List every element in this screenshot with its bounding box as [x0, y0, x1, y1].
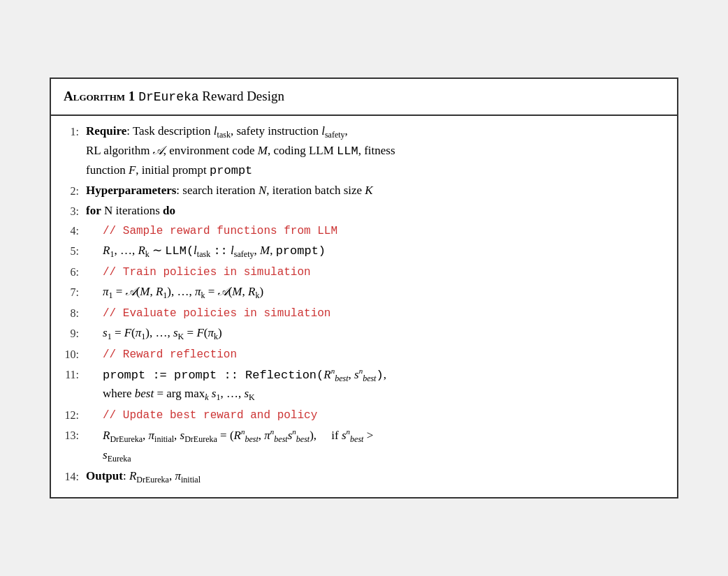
line-5: 5: R1, …, Rk ∼ LLM(ltask :: lsafety, M, … — [64, 241, 664, 262]
A-symbol-7: 𝒜 — [126, 285, 136, 298]
prompt-assign: prompt := prompt :: Reflection( — [103, 368, 323, 381]
task-sub-2: task — [197, 250, 210, 260]
algorithm-container: Algorithm 1 DrEureka Reward Design 1: Re… — [50, 77, 678, 498]
N-symbol: N — [259, 184, 266, 197]
M-7b: M — [232, 285, 242, 298]
algorithm-body: 1: Require: Task description ltask, safe… — [51, 116, 677, 496]
s1-sub-11: 1 — [216, 393, 220, 403]
line-num-2: 2: — [64, 182, 86, 200]
line-num-10: 10: — [64, 345, 86, 364]
line-content-7: π1 = 𝒜(M, R1), …, πk = 𝒜(M, Rk) — [86, 283, 664, 302]
task-sub: task — [217, 131, 231, 140]
best-sub-13d: best — [350, 434, 363, 444]
F-symbol-9a: F — [124, 326, 131, 339]
concat-op: :: — [213, 244, 227, 258]
R1-sub-7: 1 — [163, 290, 167, 300]
line-1: 1: Require: Task description ltask, safe… — [64, 121, 664, 181]
sK-symbol: s — [173, 326, 178, 339]
line-num-4: 4: — [64, 221, 86, 240]
DrEureka-sub-13a: DrEureka — [110, 434, 143, 444]
line-num-12: 12: — [64, 406, 86, 424]
sK-sub: K — [178, 332, 184, 341]
K-symbol-1: K — [365, 184, 372, 197]
pik-sub-9: k — [214, 332, 218, 341]
line-content-8: // Evaluate policies in simulation — [86, 304, 664, 323]
M-symbol-5: M — [260, 244, 270, 257]
line-num-13: 13: — [64, 426, 86, 445]
line-num-9: 9: — [64, 324, 86, 343]
line-13: 13: RDrEureka, πinitial, sDrEureka = (Rn… — [64, 425, 664, 466]
line-num-5: 5: — [64, 242, 86, 260]
R-DrEureka: R — [103, 429, 110, 442]
line-14: 14: Output: RDrEureka, πinitial — [64, 466, 664, 487]
s-best-cond: s — [342, 429, 347, 442]
R-best-13: R — [234, 429, 241, 442]
algorithm-title: DrEureka — [138, 90, 198, 104]
Eureka-sub-13: Eureka — [108, 454, 131, 464]
algorithm-label: Algorithm 1 — [64, 89, 138, 103]
A-symbol-7b: 𝒜 — [218, 285, 228, 298]
k-sub-11: k — [205, 393, 208, 403]
Rk-sub-7: k — [255, 290, 259, 300]
prompt-mono-5: prompt) — [276, 244, 326, 258]
algorithm-title-rest: Reward Design — [199, 89, 284, 103]
s1-symbol: s — [103, 326, 108, 339]
line-12: 12: // Update best reward and policy — [64, 405, 664, 425]
require-keyword: Require — [86, 124, 126, 138]
prompt-mono-1: prompt — [210, 164, 252, 177]
R1-symbol: R — [103, 244, 110, 257]
line-content-14: Output: RDrEureka, πinitial — [86, 467, 664, 487]
line-content-2: Hyperparameters: search iteration N, ite… — [86, 182, 664, 200]
line-content-6: // Train policies in simulation — [86, 263, 664, 281]
line-content-3: for N iterations do — [86, 202, 664, 220]
line-num-14: 14: — [64, 467, 86, 486]
pik-sub: k — [201, 290, 205, 300]
R1-sub: 1 — [110, 250, 114, 260]
line-6: 6: // Train policies in simulation — [64, 262, 664, 282]
pi1-symbol: π — [103, 285, 109, 298]
R-best-11: R — [323, 367, 330, 381]
A-symbol: 𝒜 — [153, 144, 163, 157]
sK-sub-11: K — [249, 393, 255, 403]
comment-4: // Sample reward functions from LLM — [103, 225, 337, 237]
pi-initial: π — [149, 429, 155, 442]
hyperparams-keyword: Hyperparameters — [86, 184, 176, 197]
F-symbol-9b: F — [196, 326, 203, 339]
line-content-13: RDrEureka, πinitial, sDrEureka = (Rnbest… — [86, 426, 664, 466]
line-num-6: 6: — [64, 263, 86, 281]
DrEureka-sub-out: DrEureka — [136, 475, 169, 485]
line-8: 8: // Evaluate policies in simulation — [64, 303, 664, 323]
LLM-mono: LLM — [337, 145, 358, 158]
best-sub-11a: best — [335, 374, 348, 383]
initial-sub-13: initial — [154, 434, 174, 444]
safety-sub: safety — [325, 131, 345, 140]
R-DrEureka-out: R — [129, 469, 136, 482]
pik-symbol: π — [195, 285, 201, 298]
line-7: 7: π1 = 𝒜(M, R1), …, πk = 𝒜(M, Rk) — [64, 282, 664, 303]
s-best-11: s — [354, 367, 359, 381]
DrEureka-sub-13b: DrEureka — [184, 434, 217, 444]
line-content-12: // Update best reward and policy — [86, 406, 664, 424]
safety-sub-2: safety — [234, 250, 254, 260]
line-content-4: // Sample reward functions from LLM — [86, 221, 664, 240]
line-9: 9: s1 = F(π1), …, sK = F(πk) — [64, 323, 664, 344]
line-content-11: prompt := prompt :: Reflection(Rnbest, s… — [86, 365, 664, 405]
do-keyword: do — [163, 204, 175, 217]
output-keyword: Output — [86, 469, 123, 482]
pi1-sub: 1 — [109, 290, 113, 300]
line-2: 2: Hyperparameters: search iteration N, … — [64, 181, 664, 201]
initial-sub-out: initial — [181, 475, 201, 485]
paren-close-11: ) — [376, 368, 383, 381]
line-4: 4: // Sample reward functions from LLM — [64, 221, 664, 241]
best-sub-13b: best — [274, 434, 287, 444]
M-7a: M — [140, 285, 150, 298]
s-Eureka: s — [103, 448, 108, 461]
M-symbol-1: M — [258, 144, 268, 157]
line-content-9: s1 = F(π1), …, sK = F(πk) — [86, 324, 664, 344]
line-11: 11: prompt := prompt :: Reflection(Rnbes… — [64, 364, 664, 406]
algorithm-header: Algorithm 1 DrEureka Reward Design — [51, 79, 677, 116]
R1-7: R — [156, 285, 163, 298]
Rk-sub: k — [145, 250, 150, 260]
pi-initial-out: π — [175, 469, 181, 482]
line-num-1: 1: — [64, 122, 86, 141]
